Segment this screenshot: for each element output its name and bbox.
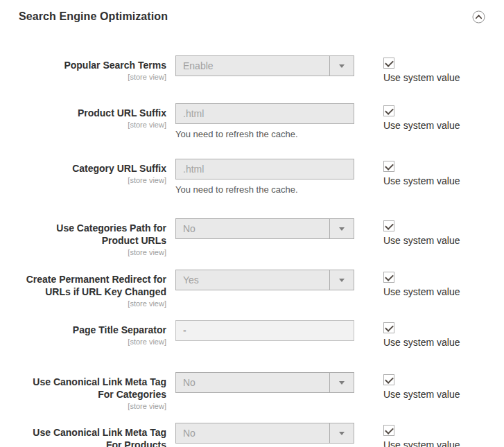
field-label: Create Permanent Redirect for URLs if UR… (19, 273, 166, 298)
select-value: No (176, 373, 329, 392)
select-arrow-box (329, 219, 354, 238)
use-system-value-label[interactable]: Use system value (383, 337, 460, 348)
use-system-value-block: Use system value (383, 103, 460, 131)
caret-down-icon (339, 279, 345, 282)
section-header: Search Engine Optimization (19, 10, 485, 24)
select-arrow-box (329, 270, 354, 290)
field-label-block: Use Categories Path for Product URLs [st… (19, 218, 166, 258)
use-system-value-block: Use system value (383, 55, 460, 83)
field-control-block: You need to refresh the cache. (175, 103, 354, 139)
permanent-redirect-select[interactable]: Yes (175, 270, 354, 290)
caret-down-icon (339, 227, 345, 231)
section-title: Search Engine Optimization (19, 10, 168, 23)
use-system-value-checkbox[interactable] (383, 58, 394, 69)
field-label: Category URL Suffix (19, 162, 166, 175)
scope-label: [store view] (19, 247, 166, 258)
field-row-canonical-categories: Use Canonical Link Meta Tag For Categori… (19, 372, 485, 412)
use-system-value-label[interactable]: Use system value (383, 286, 460, 297)
scope-label: [store view] (19, 401, 166, 412)
scope-label: [store view] (19, 337, 166, 347)
field-label-block: Product URL Suffix [store view] (19, 103, 166, 130)
select-arrow-box (329, 56, 354, 76)
page-title-separator-input[interactable] (175, 320, 354, 341)
select-value: No (176, 423, 329, 443)
canonical-categories-select[interactable]: No (175, 372, 354, 393)
use-system-value-checkbox[interactable] (383, 322, 394, 333)
use-system-value-block: Use system value (383, 218, 460, 246)
field-label-block: Category URL Suffix [store view] (19, 159, 166, 186)
field-control-block: No (175, 218, 354, 239)
product-url-suffix-input[interactable] (175, 103, 354, 124)
use-system-value-label[interactable]: Use system value (383, 120, 460, 131)
caret-down-icon (339, 64, 345, 68)
field-control-block: Yes (175, 270, 354, 290)
field-label-block: Page Title Separator [store view] (19, 320, 166, 347)
use-categories-path-select[interactable]: No (175, 218, 354, 239)
scope-label: [store view] (19, 72, 166, 82)
use-system-value-checkbox[interactable] (383, 425, 394, 436)
select-arrow-box (329, 373, 354, 392)
collapse-section-button[interactable] (471, 10, 485, 24)
field-row-product-url-suffix: Product URL Suffix [store view] You need… (19, 103, 485, 139)
select-value: Enable (176, 56, 329, 76)
field-label: Use Canonical Link Meta Tag For Products (19, 426, 166, 447)
use-system-value-checkbox[interactable] (383, 272, 394, 283)
use-system-value-checkbox[interactable] (383, 220, 394, 231)
scope-label: [store view] (19, 120, 166, 130)
caret-down-icon (339, 381, 345, 385)
field-label: Use Categories Path for Product URLs (19, 222, 166, 247)
chevron-up-circle-icon (472, 10, 485, 24)
use-system-value-block: Use system value (383, 372, 460, 400)
field-row-popular-search-terms: Popular Search Terms [store view] Enable… (19, 55, 485, 83)
use-system-value-label[interactable]: Use system value (383, 235, 460, 246)
field-row-use-categories-path: Use Categories Path for Product URLs [st… (19, 218, 485, 258)
popular-search-terms-select[interactable]: Enable (175, 55, 354, 76)
use-system-value-label[interactable]: Use system value (383, 72, 460, 83)
select-value: Yes (176, 270, 329, 290)
use-system-value-checkbox[interactable] (383, 105, 394, 116)
scope-label: [store view] (19, 175, 166, 186)
field-label: Page Title Separator (19, 324, 166, 336)
use-system-value-block: Use system value (383, 423, 460, 447)
field-note: You need to refresh the cache. (175, 129, 354, 139)
field-label: Use Canonical Link Meta Tag For Categori… (19, 376, 166, 401)
caret-down-icon (339, 432, 345, 435)
field-row-canonical-products: Use Canonical Link Meta Tag For Products… (19, 423, 485, 447)
field-row-page-title-separator: Page Title Separator [store view] Use sy… (19, 320, 485, 348)
category-url-suffix-input[interactable] (175, 159, 354, 179)
use-system-value-label[interactable]: Use system value (383, 389, 460, 400)
use-system-value-block: Use system value (383, 270, 460, 297)
field-control-block: You need to refresh the cache. (175, 159, 354, 195)
select-value: No (176, 219, 329, 238)
use-system-value-checkbox[interactable] (383, 374, 394, 385)
field-control-block: No (175, 423, 354, 444)
use-system-value-label[interactable]: Use system value (383, 175, 460, 186)
field-row-category-url-suffix: Category URL Suffix [store view] You nee… (19, 159, 485, 195)
field-note: You need to refresh the cache. (175, 184, 354, 195)
field-control-block: Enable (175, 55, 354, 76)
use-system-value-block: Use system value (383, 320, 460, 348)
scope-label: [store view] (19, 299, 166, 309)
field-label: Popular Search Terms (19, 59, 166, 71)
field-label-block: Use Canonical Link Meta Tag For Products… (19, 423, 166, 447)
select-arrow-box (329, 423, 354, 443)
field-control-block: No (175, 372, 354, 393)
seo-config-panel: Search Engine Optimization Popular Searc… (0, 0, 504, 447)
field-row-permanent-redirect: Create Permanent Redirect for URLs if UR… (19, 270, 485, 309)
field-label-block: Create Permanent Redirect for URLs if UR… (19, 270, 166, 309)
use-system-value-checkbox[interactable] (383, 161, 394, 172)
field-label-block: Use Canonical Link Meta Tag For Categori… (19, 372, 166, 412)
field-label: Product URL Suffix (19, 107, 166, 119)
field-label-block: Popular Search Terms [store view] (19, 55, 166, 82)
canonical-products-select[interactable]: No (175, 423, 354, 444)
field-control-block (175, 320, 354, 341)
use-system-value-block: Use system value (383, 159, 460, 186)
use-system-value-label[interactable]: Use system value (383, 439, 460, 447)
